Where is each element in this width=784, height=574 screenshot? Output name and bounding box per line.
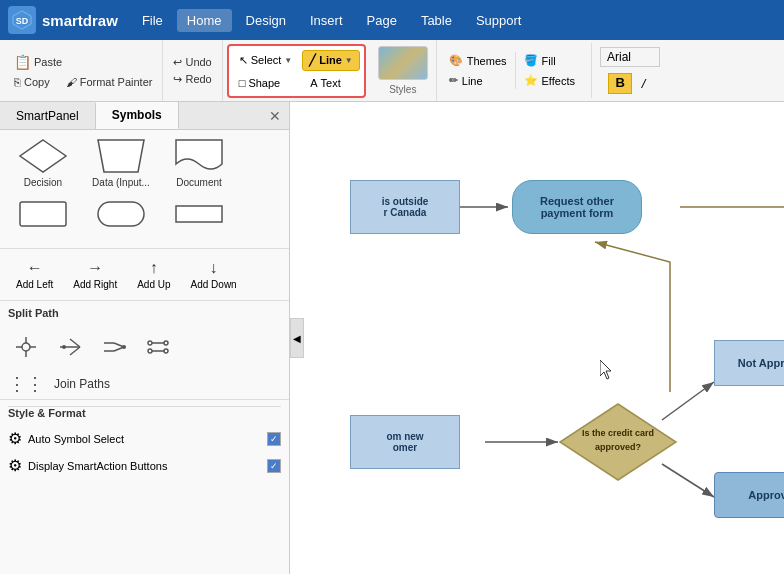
- svg-point-20: [122, 345, 126, 349]
- split-path-icons: [0, 325, 289, 369]
- left-panel: SmartPanel Symbols ✕ Decision Data (Inpu…: [0, 102, 290, 574]
- display-smartaction-checkbox[interactable]: ✓: [267, 459, 281, 473]
- nav-file[interactable]: File: [132, 9, 173, 32]
- undo-icon: ↩: [173, 56, 182, 69]
- redo-button[interactable]: ↪ Redo: [169, 71, 215, 88]
- svg-marker-3: [98, 140, 144, 172]
- paste-button[interactable]: 📋 Paste: [10, 52, 156, 72]
- panel-toggle-button[interactable]: ◀: [290, 318, 304, 358]
- copy-button[interactable]: ⎘ Copy: [10, 74, 54, 90]
- bold-button[interactable]: B: [608, 73, 631, 94]
- effects-icon: ⭐: [524, 74, 538, 87]
- canvas-svg: [290, 102, 784, 574]
- join-paths-row[interactable]: ⋮⋮ Join Paths: [0, 369, 289, 399]
- nav-support[interactable]: Support: [466, 9, 532, 32]
- select-button[interactable]: ↖ Select ▼: [233, 51, 299, 70]
- font-name-box[interactable]: Arial: [600, 47, 660, 67]
- shape-button[interactable]: □ Shape: [233, 74, 286, 92]
- svg-point-7: [22, 343, 30, 351]
- clipboard-section: 📋 Paste ⎘ Copy 🖌 Format Painter: [4, 40, 163, 101]
- symbol-wide-rect[interactable]: [164, 196, 234, 232]
- nav-table[interactable]: Table: [411, 9, 462, 32]
- split-icon-4[interactable]: [140, 329, 176, 365]
- auto-symbol-item: ⚙ Auto Symbol Select ✓: [8, 425, 281, 452]
- symbol-rounded-rect[interactable]: [86, 196, 156, 232]
- fill-button[interactable]: 🪣 Fill: [520, 52, 579, 69]
- nav-page[interactable]: Page: [357, 9, 407, 32]
- split-icon-2[interactable]: [52, 329, 88, 365]
- nav-buttons: ← Add Left → Add Right ↑ Add Up ↓ Add Do…: [0, 248, 289, 300]
- svg-line-14: [70, 347, 80, 355]
- add-down-button[interactable]: ↓ Add Down: [183, 255, 245, 294]
- node-request-payment[interactable]: Request other payment form: [512, 180, 642, 234]
- add-left-icon: ←: [27, 259, 43, 277]
- line-style-button[interactable]: ✏ Line: [445, 72, 511, 89]
- style-format-header: Style & Format: [8, 406, 281, 425]
- paste-icon: 📋: [14, 54, 31, 70]
- node-new-customer[interactable]: om new omer: [350, 415, 460, 469]
- logo: SD smartdraw: [8, 6, 118, 34]
- select-icon: ↖: [239, 54, 248, 67]
- right-toolbar: 🎨 Themes ✏ Line 🪣 Fill ⭐ Effects: [437, 40, 587, 101]
- select-dropdown-icon[interactable]: ▼: [284, 56, 292, 65]
- line-dropdown-icon[interactable]: ▼: [345, 56, 353, 65]
- split-path-header: Split Path: [0, 300, 289, 325]
- shape-icon: □: [239, 77, 246, 89]
- svg-point-24: [164, 349, 168, 353]
- panel-tabs: SmartPanel Symbols ✕: [0, 102, 289, 130]
- italic-button[interactable]: /: [636, 73, 652, 94]
- symbol-rect[interactable]: [8, 196, 78, 232]
- split-icon-1[interactable]: [8, 329, 44, 365]
- add-up-button[interactable]: ↑ Add Up: [129, 255, 178, 294]
- svg-point-21: [148, 341, 152, 345]
- text-button[interactable]: A Text: [304, 74, 347, 92]
- nav-insert[interactable]: Insert: [300, 9, 353, 32]
- svg-rect-5: [98, 202, 144, 226]
- display-smartaction-icon: ⚙: [8, 456, 22, 475]
- copy-icon: ⎘: [14, 76, 21, 88]
- symbols-grid: Decision Data (Input... Document: [0, 130, 289, 248]
- logo-icon: SD: [8, 6, 36, 34]
- add-right-icon: →: [87, 259, 103, 277]
- canvas-area[interactable]: ◀: [290, 102, 784, 574]
- effects-button[interactable]: ⭐ Effects: [520, 72, 579, 89]
- split-icon-3[interactable]: [96, 329, 132, 365]
- panel-close-button[interactable]: ✕: [261, 104, 289, 128]
- add-down-icon: ↓: [210, 259, 218, 277]
- tab-smart-panel[interactable]: SmartPanel: [0, 103, 96, 129]
- svg-rect-4: [20, 202, 66, 226]
- add-right-button[interactable]: → Add Right: [65, 255, 125, 294]
- fill-effects-col: 🪣 Fill ⭐ Effects: [516, 52, 583, 89]
- symbol-decision[interactable]: Decision: [8, 138, 78, 188]
- redo-icon: ↪: [173, 73, 182, 86]
- fill-icon: 🪣: [524, 54, 538, 67]
- line-button[interactable]: ╱ Line ▼: [302, 50, 360, 71]
- svg-text:SD: SD: [16, 16, 29, 26]
- node-not-approved[interactable]: Not Approved: [714, 340, 784, 386]
- node-approved[interactable]: Approved: [714, 472, 784, 518]
- symbol-document[interactable]: Document: [164, 138, 234, 188]
- themes-button[interactable]: 🎨 Themes: [445, 52, 511, 69]
- join-paths-icon: ⋮⋮: [8, 373, 44, 395]
- svg-line-13: [70, 339, 80, 347]
- node-credit-card[interactable]: Is the credit card approved?: [558, 402, 678, 485]
- svg-text:Is the credit card: Is the credit card: [582, 428, 654, 438]
- tab-symbols[interactable]: Symbols: [96, 102, 179, 129]
- svg-rect-6: [176, 206, 222, 222]
- select-line-section: ↖ Select ▼ ╱ Line ▼ □ Shape A Text: [227, 44, 366, 98]
- logo-text: smartdraw: [42, 12, 118, 29]
- auto-symbol-checkbox[interactable]: ✓: [267, 432, 281, 446]
- svg-point-23: [164, 341, 168, 345]
- styles-preview[interactable]: [378, 46, 428, 80]
- nav-design[interactable]: Design: [236, 9, 296, 32]
- nav-home[interactable]: Home: [177, 9, 232, 32]
- symbols-row-2: [8, 196, 281, 232]
- undo-button[interactable]: ↩ Undo: [169, 54, 215, 71]
- node-outside-canada[interactable]: is outside r Canada: [350, 180, 460, 234]
- symbol-data-input[interactable]: Data (Input...: [86, 138, 156, 188]
- text-icon: A: [310, 77, 317, 89]
- styles-section: Styles: [370, 40, 437, 101]
- format-painter-icon: 🖌: [66, 76, 77, 88]
- format-painter-button[interactable]: 🖌 Format Painter: [62, 74, 157, 90]
- add-left-button[interactable]: ← Add Left: [8, 255, 61, 294]
